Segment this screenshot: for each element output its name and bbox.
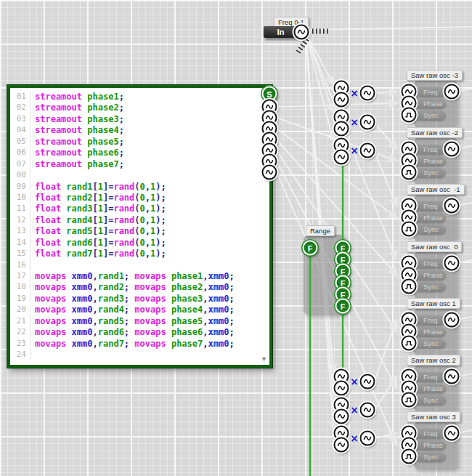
code-text[interactable]: float rand4[1]=rand(0,1); — [30, 215, 166, 226]
multiply-output[interactable] — [360, 403, 375, 418]
input-module[interactable]: In — [264, 26, 298, 38]
code-text[interactable]: float rand2[1]=rand(0,1); — [30, 193, 166, 203]
freq-input-output[interactable] — [294, 25, 309, 40]
osc-input-pill: Phase — [415, 440, 445, 450]
line-number: 16 — [10, 260, 30, 271]
osc-sync-input[interactable] — [402, 392, 417, 408]
multiply-icon[interactable]: × — [351, 376, 357, 389]
code-line[interactable]: 01streamout phase1; — [10, 92, 269, 102]
code-text[interactable]: float rand5[1]=rand(0,1); — [30, 226, 166, 237]
code-text[interactable]: movaps xmm0,rand3; movaps phase3,xmm0; — [30, 294, 235, 304]
multiply-input-b[interactable] — [334, 150, 349, 165]
range-input[interactable]: F — [303, 241, 318, 256]
osc-sync-input[interactable] — [402, 165, 417, 180]
code-text[interactable]: streamout phase4; — [30, 125, 124, 136]
osc-sync-input[interactable] — [402, 108, 417, 123]
code-line[interactable]: 02streamout phase2; — [10, 102, 269, 113]
code-line[interactable]: 08 — [10, 170, 269, 181]
osc-output[interactable] — [444, 312, 460, 328]
multiply-input-b[interactable] — [334, 437, 349, 453]
code-line[interactable]: 15float rand7[1]=rand(0,1); — [10, 249, 269, 259]
osc-sync-input[interactable] — [402, 279, 417, 294]
code-line[interactable]: 16 — [10, 260, 269, 271]
code-line[interactable]: 09float rand1[1]=rand(0,1); — [10, 182, 269, 193]
code-line[interactable]: 13float rand5[1]=rand(0,1); — [10, 226, 269, 237]
code-text[interactable]: streamout phase5; — [30, 137, 124, 148]
code-text[interactable]: movaps xmm0,rand5; movaps phase5,xmm0; — [30, 316, 235, 327]
code-line[interactable]: 21movaps xmm0,rand5; movaps phase5,xmm0; — [10, 316, 269, 327]
multiply-icon[interactable]: × — [351, 87, 357, 100]
multiply-input-b[interactable] — [334, 92, 349, 108]
osc-output[interactable] — [444, 426, 460, 441]
code-line[interactable]: 04streamout phase4; — [10, 125, 269, 136]
code-text[interactable]: movaps xmm0,rand4; movaps phase4,xmm0; — [30, 304, 235, 315]
editor-phase-output[interactable] — [262, 165, 277, 180]
sine-wave-icon — [405, 316, 413, 324]
code-line[interactable]: 14float rand6[1]=rand(0,1); — [10, 238, 269, 249]
sine-wave-icon — [338, 413, 346, 421]
code-line[interactable]: 03streamout phase3; — [10, 114, 269, 125]
osc-input-pill: Phase — [415, 156, 445, 166]
multiply-icon[interactable]: × — [351, 404, 357, 417]
osc-output[interactable] — [444, 142, 460, 157]
code-text[interactable]: float rand6[1]=rand(0,1); — [30, 238, 166, 249]
osc-input-pill: Freq — [415, 429, 445, 438]
code-line[interactable]: 10float rand2[1]=rand(0,1); — [10, 193, 269, 203]
code-text[interactable]: movaps xmm0,rand1; movaps phase1,xmm0; — [30, 271, 235, 282]
code-editor[interactable]: 01streamout phase1;02streamout phase2;03… — [7, 85, 272, 368]
multiply-output[interactable] — [360, 143, 375, 158]
osc-output[interactable] — [444, 256, 460, 271]
code-line[interactable]: 11float rand3[1]=rand(0,1); — [10, 203, 269, 214]
code-text[interactable] — [30, 350, 35, 360]
schematic-canvas[interactable]: Freq 0-1 In 01streamout phase1;02streamo… — [0, 0, 472, 476]
code-line[interactable]: 05streamout phase5; — [10, 137, 269, 148]
code-text[interactable]: streamout phase6; — [30, 148, 124, 158]
range-output[interactable]: F — [335, 299, 351, 314]
code-line[interactable]: 24 — [10, 350, 269, 360]
code-line[interactable]: 12float rand4[1]=rand(0,1); — [10, 215, 269, 226]
code-text[interactable]: streamout phase1; — [30, 92, 124, 102]
code-text[interactable]: movaps xmm0,rand7; movaps phase7,xmm0; — [30, 339, 235, 350]
multiply-output[interactable] — [360, 86, 375, 101]
code-text[interactable]: float rand7[1]=rand(0,1); — [30, 249, 166, 259]
code-text[interactable]: float rand1[1]=rand(0,1); — [30, 182, 166, 193]
multiply-input-b[interactable] — [334, 409, 349, 424]
code-text[interactable]: streamout phase3; — [30, 114, 124, 125]
code-line[interactable]: 19movaps xmm0,rand3; movaps phase3,xmm0; — [10, 294, 269, 304]
line-number: 21 — [10, 316, 30, 327]
code-line[interactable]: 17movaps xmm0,rand1; movaps phase1,xmm0; — [10, 271, 269, 282]
osc-output[interactable] — [444, 369, 460, 384]
code-text[interactable]: streamout phase2; — [30, 102, 124, 113]
multiply-icon[interactable]: × — [351, 432, 357, 445]
code-line[interactable]: 20movaps xmm0,rand4; movaps phase4,xmm0; — [10, 304, 269, 315]
code-text[interactable]: streamout phase7; — [30, 159, 124, 170]
multiply-output[interactable] — [360, 115, 375, 130]
osc-sync-input[interactable] — [402, 449, 417, 464]
osc-output[interactable] — [444, 198, 460, 214]
multiply-input-b[interactable] — [334, 381, 349, 396]
osc-sync-input[interactable] — [402, 222, 417, 237]
multiply-icon[interactable]: × — [351, 116, 357, 129]
code-text[interactable]: movaps xmm0,rand6; movaps phase6,xmm0; — [30, 327, 235, 338]
osc-output[interactable] — [444, 84, 460, 100]
sine-wave-icon — [298, 28, 306, 36]
oscillator-label: Saw raw osc 2 — [407, 355, 460, 366]
osc-sync-input[interactable] — [402, 336, 417, 351]
scroll-down-icon[interactable]: ▼ — [261, 356, 267, 363]
multiply-icon[interactable]: × — [351, 145, 357, 158]
code-line[interactable]: 23movaps xmm0,rand7; movaps phase7,xmm0; — [10, 339, 269, 350]
sine-wave-icon — [405, 384, 413, 392]
code-text[interactable]: float rand3[1]=rand(0,1); — [30, 203, 166, 214]
code-line[interactable]: 07streamout phase7; — [10, 159, 269, 170]
code-line[interactable]: 22movaps xmm0,rand6; movaps phase6,xmm0; — [10, 327, 269, 338]
multiply-output[interactable] — [360, 431, 375, 446]
multiply-input-b[interactable] — [334, 121, 349, 137]
sine-wave-icon — [338, 142, 346, 150]
code-text[interactable] — [30, 170, 35, 181]
code-line[interactable]: 06streamout phase6; — [10, 148, 269, 158]
multiply-output[interactable] — [360, 374, 375, 390]
osc-input-pill: Sync — [415, 395, 445, 405]
code-line[interactable]: 18movaps xmm0,rand2; movaps phase2,xmm0; — [10, 282, 269, 293]
code-text[interactable]: movaps xmm0,rand2; movaps phase2,xmm0; — [30, 282, 235, 293]
code-text[interactable] — [30, 260, 35, 271]
